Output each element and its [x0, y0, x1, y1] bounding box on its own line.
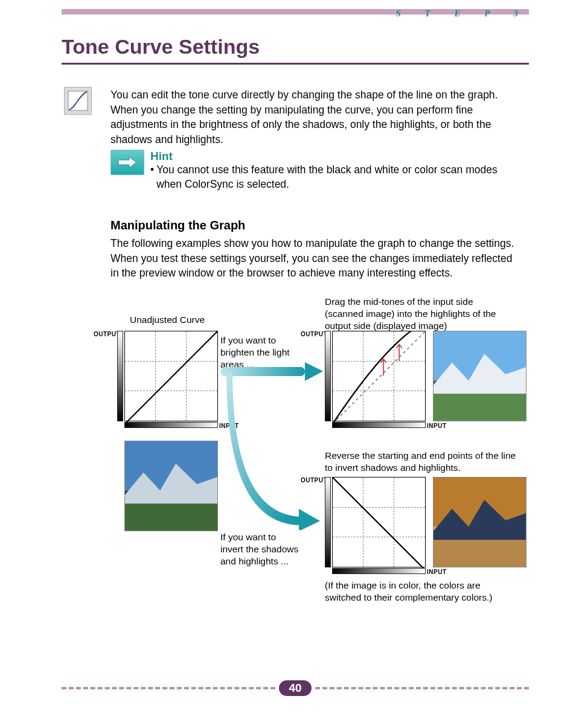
page-footer: 40 [62, 680, 529, 697]
hint-block: Hint • You cannot use this feature with … [110, 150, 516, 191]
photo-inverted [433, 477, 526, 567]
caption-unadjusted: Unadjusted Curve [130, 314, 205, 326]
svg-line-11 [333, 477, 425, 570]
graph-invert [332, 477, 426, 567]
footer-dashes-left [62, 687, 275, 689]
svg-rect-6 [434, 394, 526, 421]
hint-bullet-text: You cannot use this feature with the bla… [156, 163, 516, 191]
caption-drag-mid: Drag the mid-tones of the input side (sc… [325, 296, 506, 332]
photo-normal [124, 441, 218, 531]
gradient-vertical-3 [325, 477, 331, 567]
gradient-horizontal-1 [124, 422, 218, 428]
photo-brightened [433, 331, 526, 421]
axis-output-1: OUTPUT [94, 331, 120, 337]
svg-marker-18 [299, 509, 320, 530]
arrow-invert [226, 373, 323, 530]
hint-arrow-icon [110, 150, 144, 175]
caption-invert: If you want to invert the shadows and hi… [220, 531, 299, 567]
svg-line-2 [333, 331, 425, 424]
section-heading: Manipulating the Graph [110, 219, 245, 232]
graph-brighten [332, 331, 426, 421]
gradient-horizontal-2 [332, 422, 426, 428]
page-number: 40 [279, 680, 311, 696]
hint-title: Hint [110, 150, 516, 163]
gradient-vertical-1 [117, 331, 123, 421]
hint-bullet: • [150, 163, 154, 191]
page: S T E P 3 Tone Curve Settings You can ed… [0, 0, 576, 728]
section-desc: The following examples show you how to m… [110, 236, 516, 281]
footer-dashes-right [315, 687, 529, 689]
diagram-area: Unadjusted Curve OUTPUT INPUT If you wan… [85, 296, 529, 610]
page-title: Tone Curve Settings [62, 35, 260, 59]
svg-line-1 [125, 331, 217, 424]
step-label: S T E P 3 [389, 8, 529, 19]
tone-curve-icon [64, 87, 92, 115]
svg-rect-10 [125, 504, 217, 531]
intro-text: You can edit the tone curve directly by … [110, 88, 516, 147]
title-underline [62, 63, 529, 65]
gradient-vertical-2 [325, 331, 331, 421]
graph-unadjusted [124, 331, 218, 421]
caption-complementary: (If the image is in color, the colors ar… [325, 580, 518, 604]
gradient-horizontal-3 [332, 568, 426, 574]
hint-text: • You cannot use this feature with the b… [150, 163, 516, 191]
axis-input-2: INPUT [427, 423, 447, 429]
axis-output-2: OUTPUT [301, 331, 327, 337]
caption-reverse: Reverse the starting and end points of t… [325, 450, 518, 474]
axis-input-3: INPUT [427, 569, 447, 575]
svg-rect-15 [434, 540, 526, 567]
